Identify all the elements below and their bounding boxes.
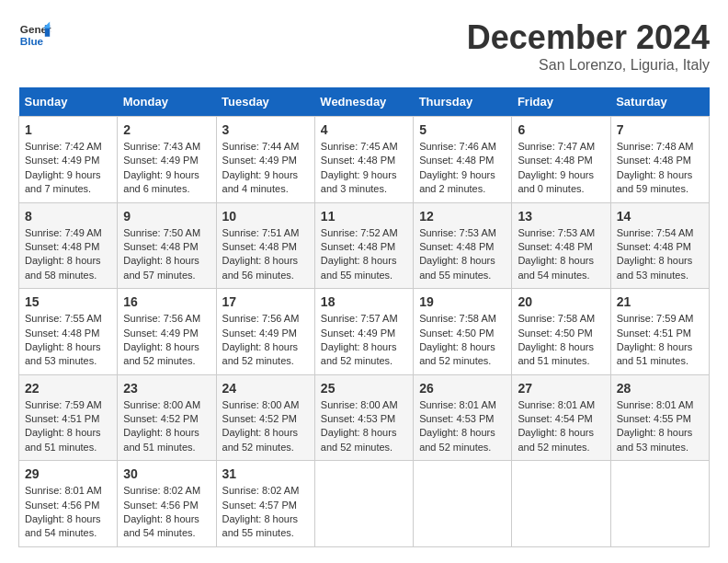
day-number: 13	[518, 209, 604, 224]
day-number: 4	[321, 122, 407, 137]
logo-icon: General Blue	[18, 18, 51, 52]
day-number: 30	[123, 466, 210, 481]
calendar-cell: 16 Sunrise: 7:56 AM Sunset: 4:49 PM Dayl…	[118, 289, 216, 375]
col-header-tuesday: Tuesday	[216, 87, 314, 117]
day-info: Sunrise: 7:42 AM Sunset: 4:49 PM Dayligh…	[25, 140, 111, 197]
logo: General Blue	[18, 18, 51, 52]
day-number: 5	[419, 122, 506, 137]
day-info: Sunrise: 7:58 AM Sunset: 4:50 PM Dayligh…	[419, 312, 506, 369]
calendar-cell: 13 Sunrise: 7:53 AM Sunset: 4:48 PM Dayl…	[512, 202, 610, 289]
calendar-cell	[512, 461, 610, 547]
calendar-cell: 12 Sunrise: 7:53 AM Sunset: 4:48 PM Dayl…	[414, 202, 512, 289]
calendar-cell: 2 Sunrise: 7:43 AM Sunset: 4:49 PM Dayli…	[118, 117, 216, 203]
calendar-cell	[314, 461, 413, 547]
day-number: 11	[321, 209, 407, 224]
day-info: Sunrise: 8:01 AM Sunset: 4:53 PM Dayligh…	[419, 398, 506, 455]
day-number: 19	[419, 294, 506, 309]
calendar-cell: 10 Sunrise: 7:51 AM Sunset: 4:48 PM Dayl…	[216, 202, 314, 289]
calendar-week-4: 29 Sunrise: 8:01 AM Sunset: 4:56 PM Dayl…	[19, 461, 710, 547]
day-info: Sunrise: 7:58 AM Sunset: 4:50 PM Dayligh…	[518, 312, 604, 369]
day-info: Sunrise: 8:01 AM Sunset: 4:54 PM Dayligh…	[518, 398, 604, 455]
calendar-cell: 28 Sunrise: 8:01 AM Sunset: 4:55 PM Dayl…	[610, 374, 709, 461]
calendar-cell: 1 Sunrise: 7:42 AM Sunset: 4:49 PM Dayli…	[19, 117, 118, 203]
day-number: 15	[25, 294, 111, 309]
day-info: Sunrise: 7:44 AM Sunset: 4:49 PM Dayligh…	[222, 140, 309, 197]
day-info: Sunrise: 8:02 AM Sunset: 4:57 PM Dayligh…	[222, 484, 309, 541]
day-number: 2	[123, 122, 210, 137]
day-number: 7	[617, 122, 703, 137]
day-info: Sunrise: 7:57 AM Sunset: 4:49 PM Dayligh…	[321, 312, 407, 369]
calendar-week-3: 22 Sunrise: 7:59 AM Sunset: 4:51 PM Dayl…	[19, 374, 710, 461]
title-section: December 2024 San Lorenzo, Liguria, Ital…	[467, 18, 710, 74]
day-number: 23	[123, 381, 210, 396]
calendar-cell: 17 Sunrise: 7:56 AM Sunset: 4:49 PM Dayl…	[216, 289, 314, 375]
day-info: Sunrise: 7:56 AM Sunset: 4:49 PM Dayligh…	[222, 312, 309, 369]
calendar-cell: 27 Sunrise: 8:01 AM Sunset: 4:54 PM Dayl…	[512, 374, 610, 461]
col-header-friday: Friday	[512, 87, 610, 117]
page-header: General Blue December 2024 San Lorenzo, …	[18, 18, 710, 74]
day-info: Sunrise: 7:55 AM Sunset: 4:48 PM Dayligh…	[25, 312, 111, 369]
day-info: Sunrise: 8:00 AM Sunset: 4:52 PM Dayligh…	[123, 398, 210, 455]
day-info: Sunrise: 7:46 AM Sunset: 4:48 PM Dayligh…	[419, 140, 506, 197]
day-info: Sunrise: 7:50 AM Sunset: 4:48 PM Dayligh…	[123, 226, 210, 283]
calendar-cell: 5 Sunrise: 7:46 AM Sunset: 4:48 PM Dayli…	[414, 117, 512, 203]
calendar-table: SundayMondayTuesdayWednesdayThursdayFrid…	[18, 87, 710, 547]
calendar-cell: 22 Sunrise: 7:59 AM Sunset: 4:51 PM Dayl…	[19, 374, 118, 461]
day-number: 29	[25, 466, 111, 481]
calendar-cell: 3 Sunrise: 7:44 AM Sunset: 4:49 PM Dayli…	[216, 117, 314, 203]
day-info: Sunrise: 8:01 AM Sunset: 4:55 PM Dayligh…	[617, 398, 703, 455]
day-info: Sunrise: 7:59 AM Sunset: 4:51 PM Dayligh…	[25, 398, 111, 455]
day-number: 28	[617, 381, 703, 396]
day-info: Sunrise: 7:47 AM Sunset: 4:48 PM Dayligh…	[518, 140, 604, 197]
day-info: Sunrise: 7:48 AM Sunset: 4:48 PM Dayligh…	[617, 140, 703, 197]
day-number: 6	[518, 122, 604, 137]
calendar-cell: 26 Sunrise: 8:01 AM Sunset: 4:53 PM Dayl…	[414, 374, 512, 461]
calendar-cell: 21 Sunrise: 7:59 AM Sunset: 4:51 PM Dayl…	[610, 289, 709, 375]
day-info: Sunrise: 7:43 AM Sunset: 4:49 PM Dayligh…	[123, 140, 210, 197]
calendar-cell: 20 Sunrise: 7:58 AM Sunset: 4:50 PM Dayl…	[512, 289, 610, 375]
header-row: SundayMondayTuesdayWednesdayThursdayFrid…	[19, 87, 710, 117]
calendar-cell: 24 Sunrise: 8:00 AM Sunset: 4:52 PM Dayl…	[216, 374, 314, 461]
day-number: 16	[123, 294, 210, 309]
day-info: Sunrise: 8:01 AM Sunset: 4:56 PM Dayligh…	[25, 484, 111, 541]
month-title: December 2024	[467, 18, 710, 57]
calendar-cell: 14 Sunrise: 7:54 AM Sunset: 4:48 PM Dayl…	[610, 202, 709, 289]
calendar-cell: 18 Sunrise: 7:57 AM Sunset: 4:49 PM Dayl…	[314, 289, 413, 375]
calendar-cell: 25 Sunrise: 8:00 AM Sunset: 4:53 PM Dayl…	[314, 374, 413, 461]
day-number: 24	[222, 381, 309, 396]
day-number: 3	[222, 122, 309, 137]
day-number: 1	[25, 122, 111, 137]
day-number: 9	[123, 209, 210, 224]
svg-text:Blue: Blue	[20, 35, 44, 47]
day-number: 31	[222, 466, 309, 481]
day-info: Sunrise: 7:53 AM Sunset: 4:48 PM Dayligh…	[518, 226, 604, 283]
col-header-saturday: Saturday	[610, 87, 709, 117]
calendar-cell: 29 Sunrise: 8:01 AM Sunset: 4:56 PM Dayl…	[19, 461, 118, 547]
day-info: Sunrise: 7:59 AM Sunset: 4:51 PM Dayligh…	[617, 312, 703, 369]
col-header-thursday: Thursday	[414, 87, 512, 117]
day-number: 25	[321, 381, 407, 396]
calendar-cell: 11 Sunrise: 7:52 AM Sunset: 4:48 PM Dayl…	[314, 202, 413, 289]
calendar-cell: 19 Sunrise: 7:58 AM Sunset: 4:50 PM Dayl…	[414, 289, 512, 375]
day-info: Sunrise: 8:00 AM Sunset: 4:52 PM Dayligh…	[222, 398, 309, 455]
day-info: Sunrise: 8:00 AM Sunset: 4:53 PM Dayligh…	[321, 398, 407, 455]
day-number: 18	[321, 294, 407, 309]
calendar-cell: 9 Sunrise: 7:50 AM Sunset: 4:48 PM Dayli…	[118, 202, 216, 289]
col-header-sunday: Sunday	[19, 87, 118, 117]
day-number: 27	[518, 381, 604, 396]
day-info: Sunrise: 7:52 AM Sunset: 4:48 PM Dayligh…	[321, 226, 407, 283]
day-info: Sunrise: 7:45 AM Sunset: 4:48 PM Dayligh…	[321, 140, 407, 197]
calendar-cell: 6 Sunrise: 7:47 AM Sunset: 4:48 PM Dayli…	[512, 117, 610, 203]
day-number: 17	[222, 294, 309, 309]
day-info: Sunrise: 7:49 AM Sunset: 4:48 PM Dayligh…	[25, 226, 111, 283]
calendar-cell: 23 Sunrise: 8:00 AM Sunset: 4:52 PM Dayl…	[118, 374, 216, 461]
day-info: Sunrise: 7:51 AM Sunset: 4:48 PM Dayligh…	[222, 226, 309, 283]
calendar-cell: 8 Sunrise: 7:49 AM Sunset: 4:48 PM Dayli…	[19, 202, 118, 289]
col-header-wednesday: Wednesday	[314, 87, 413, 117]
calendar-week-1: 8 Sunrise: 7:49 AM Sunset: 4:48 PM Dayli…	[19, 202, 710, 289]
day-number: 8	[25, 209, 111, 224]
calendar-cell: 31 Sunrise: 8:02 AM Sunset: 4:57 PM Dayl…	[216, 461, 314, 547]
day-number: 22	[25, 381, 111, 396]
day-number: 12	[419, 209, 506, 224]
day-number: 10	[222, 209, 309, 224]
